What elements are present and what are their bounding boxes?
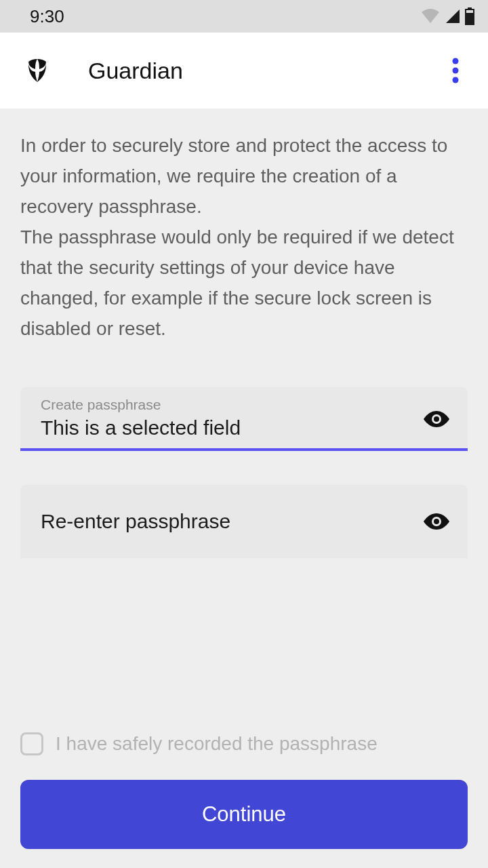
cell-signal-icon [445,8,461,24]
intro-paragraph-1: In order to securely store and protect t… [20,135,447,217]
status-time: 9:30 [30,6,64,27]
svg-point-9 [434,519,439,524]
app-bar: Guardian [0,33,488,108]
reenter-passphrase-field[interactable]: Re-enter passphrase [20,485,468,558]
battery-icon [465,7,474,25]
intro-text: In order to securely store and protect t… [20,130,468,344]
confirm-checkbox[interactable] [20,732,43,755]
create-passphrase-value: This is a selected field [41,414,422,441]
svg-point-7 [434,416,439,422]
bottom-actions: I have safely recorded the passphrase Co… [0,732,488,849]
app-title: Guardian [88,58,439,84]
toggle-visibility-button-2[interactable] [422,507,451,536]
svg-point-4 [453,68,459,74]
svg-point-5 [453,77,459,83]
confirm-row: I have safely recorded the passphrase [20,732,468,755]
app-logo-icon [23,56,52,85]
svg-rect-2 [466,13,474,24]
continue-button[interactable]: Continue [20,780,468,849]
status-bar: 9:30 [0,0,488,33]
content-area: In order to securely store and protect t… [0,108,488,558]
confirm-label: I have safely recorded the passphrase [56,733,378,755]
more-options-button[interactable] [439,54,472,87]
create-passphrase-field[interactable]: Create passphrase This is a selected fie… [20,387,468,451]
svg-point-3 [453,58,459,64]
intro-paragraph-2: The passphrase would only be required if… [20,226,454,339]
eye-icon [422,410,451,429]
create-passphrase-label: Create passphrase [41,397,422,413]
kebab-icon [452,57,459,84]
reenter-passphrase-label: Re-enter passphrase [41,510,422,533]
wifi-icon [420,8,441,24]
toggle-visibility-button-1[interactable] [422,404,451,434]
status-icons [420,7,474,25]
eye-icon [422,512,451,531]
